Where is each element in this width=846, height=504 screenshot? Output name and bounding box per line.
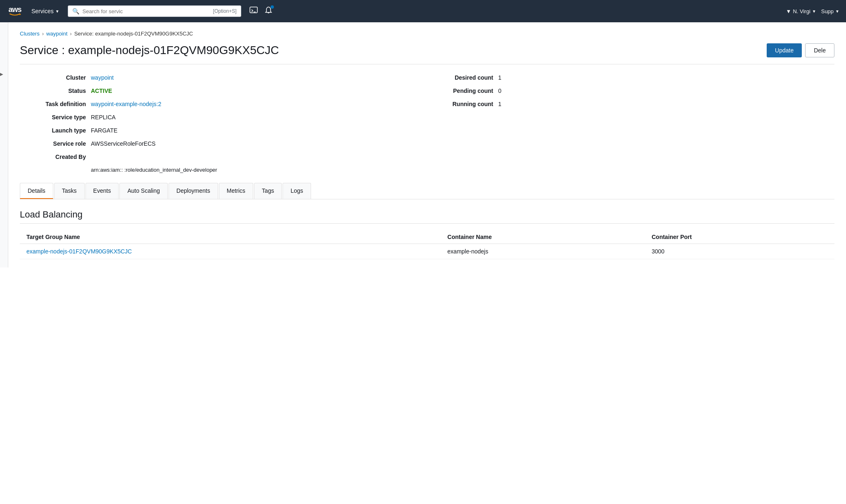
running-count-row: Running count 1 xyxy=(427,101,834,107)
update-button[interactable]: Update xyxy=(767,43,802,57)
main-content: Clusters › waypoint › Service: example-n… xyxy=(8,22,846,267)
tab-auto-scaling[interactable]: Auto Scaling xyxy=(119,183,168,199)
user-chevron-icon: ▼ xyxy=(812,9,816,14)
breadcrumb-current: Service: example-nodejs-01F2QVM90G9KX5CJ… xyxy=(74,31,193,37)
page-title: Service : example-nodejs-01F2QVM90G9KX5C… xyxy=(20,44,279,57)
header-actions: Update Dele xyxy=(767,43,834,57)
search-icon: 🔍 xyxy=(72,8,79,14)
desired-count-label: Desired count xyxy=(427,74,493,81)
chevron-down-icon: ▼ xyxy=(786,8,791,14)
top-nav: aws Services ▼ 🔍 [Option+S] xyxy=(0,0,846,22)
desired-count-row: Desired count 1 xyxy=(427,74,834,81)
service-role-label: Service role xyxy=(20,140,86,147)
user-label: N. Virgi xyxy=(793,8,810,14)
task-def-value[interactable]: waypoint-example-nodejs:2 xyxy=(91,101,161,107)
arn-value: arn:aws:iam:: :role/education_internal_d… xyxy=(91,167,217,173)
status-row: Status ACTIVE xyxy=(20,88,427,94)
info-grid: Cluster waypoint Status ACTIVE Task defi… xyxy=(20,74,834,173)
col-target-group: Target Group Name xyxy=(20,230,441,244)
pending-count-value: 0 xyxy=(498,88,501,94)
tab-tags[interactable]: Tags xyxy=(254,183,282,199)
nav-icons xyxy=(250,6,273,17)
task-def-row: Task definition waypoint-example-nodejs:… xyxy=(20,101,427,107)
breadcrumb-waypoint[interactable]: waypoint xyxy=(46,31,67,37)
tab-events[interactable]: Events xyxy=(86,183,119,199)
created-by-label: Created By xyxy=(20,154,86,160)
service-type-label: Service type xyxy=(20,114,86,121)
tab-details[interactable]: Details xyxy=(20,183,53,199)
tab-metrics[interactable]: Metrics xyxy=(219,183,253,199)
pending-count-label: Pending count xyxy=(427,88,493,94)
bell-icon[interactable] xyxy=(264,6,273,17)
table-header-row: Target Group Name Container Name Contain… xyxy=(20,230,834,244)
status-value: ACTIVE xyxy=(91,88,112,94)
info-right: Desired count 1 Pending count 0 Running … xyxy=(427,74,834,173)
support-label: Supp xyxy=(821,8,834,14)
terminal-icon[interactable] xyxy=(250,6,258,17)
tab-logs[interactable]: Logs xyxy=(283,183,311,199)
tab-deployments[interactable]: Deployments xyxy=(169,183,218,199)
service-role-value: AWSServiceRoleForECS xyxy=(91,140,156,147)
breadcrumb-sep-2: › xyxy=(70,31,71,37)
sidebar-toggle[interactable]: ▶ xyxy=(0,22,8,267)
running-count-value: 1 xyxy=(498,101,501,107)
delete-button[interactable]: Dele xyxy=(805,43,834,57)
col-container-port: Container Port xyxy=(645,230,834,244)
support-menu[interactable]: Supp ▼ xyxy=(821,8,839,14)
breadcrumb-clusters[interactable]: Clusters xyxy=(20,31,40,37)
sidebar-arrow-icon: ▶ xyxy=(0,72,3,76)
col-container-name: Container Name xyxy=(441,230,645,244)
aws-text: aws xyxy=(8,6,21,13)
services-button[interactable]: Services ▼ xyxy=(28,6,63,16)
page-header: Service : example-nodejs-01F2QVM90G9KX5C… xyxy=(20,43,834,64)
tabs: Details Tasks Events Auto Scaling Deploy… xyxy=(20,183,834,199)
service-type-value: REPLICA xyxy=(91,114,116,121)
arn-row: arn:aws:iam:: :role/education_internal_d… xyxy=(20,167,427,173)
service-type-row: Service type REPLICA xyxy=(20,114,427,121)
services-label: Services xyxy=(31,8,54,14)
cluster-value[interactable]: waypoint xyxy=(91,74,114,81)
container-port-cell: 3000 xyxy=(645,244,834,259)
search-bar: 🔍 [Option+S] xyxy=(68,5,241,17)
search-input[interactable] xyxy=(83,8,210,14)
breadcrumb-sep-1: › xyxy=(42,31,44,37)
load-balancing-table: Target Group Name Container Name Contain… xyxy=(20,230,834,259)
search-shortcut: [Option+S] xyxy=(213,8,237,14)
status-label: Status xyxy=(20,88,86,94)
launch-type-label: Launch type xyxy=(20,127,86,134)
pending-count-row: Pending count 0 xyxy=(427,88,834,94)
info-left: Cluster waypoint Status ACTIVE Task defi… xyxy=(20,74,427,173)
cluster-label: Cluster xyxy=(20,74,86,81)
tab-tasks[interactable]: Tasks xyxy=(54,183,85,199)
services-chevron-icon: ▼ xyxy=(55,9,59,14)
launch-type-row: Launch type FARGATE xyxy=(20,127,427,134)
breadcrumb: Clusters › waypoint › Service: example-n… xyxy=(20,31,834,37)
support-chevron-icon: ▼ xyxy=(835,9,839,14)
user-menu[interactable]: ▼ N. Virgi ▼ xyxy=(786,8,816,14)
target-group-cell[interactable]: example-nodejs-01F2QVM90G9KX5CJC xyxy=(20,244,441,259)
running-count-label: Running count xyxy=(427,101,493,107)
aws-smile-icon xyxy=(8,13,21,17)
load-balancing-section: Load Balancing Target Group Name Contain… xyxy=(20,209,834,259)
aws-logo[interactable]: aws xyxy=(7,5,23,17)
cluster-row: Cluster waypoint xyxy=(20,74,427,81)
service-role-row: Service role AWSServiceRoleForECS xyxy=(20,140,427,147)
table-row: example-nodejs-01F2QVM90G9KX5CJC example… xyxy=(20,244,834,259)
load-balancing-title: Load Balancing xyxy=(20,209,834,224)
task-def-label: Task definition xyxy=(20,101,86,107)
launch-type-value: FARGATE xyxy=(91,127,117,134)
notification-dot xyxy=(271,5,274,9)
container-name-cell: example-nodejs xyxy=(441,244,645,259)
desired-count-value: 1 xyxy=(498,74,501,81)
created-by-row: Created By xyxy=(20,154,427,160)
